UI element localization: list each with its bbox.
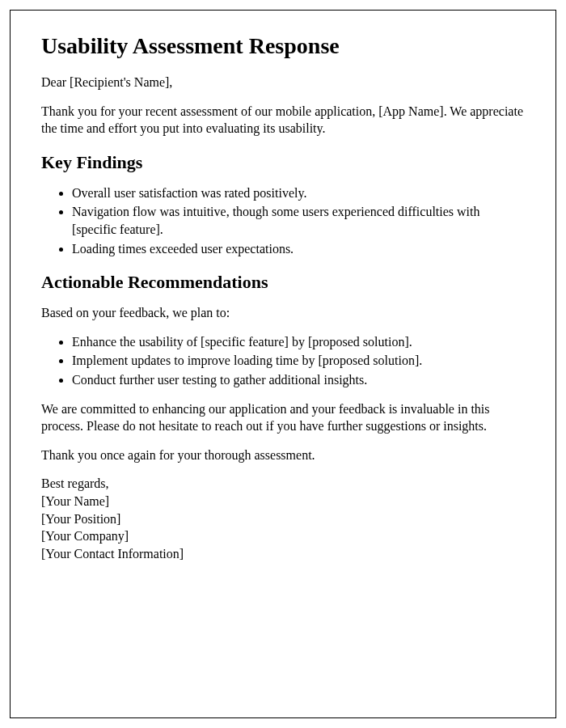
list-item: Navigation flow was intuitive, though so…	[72, 203, 525, 238]
closing: Best regards,	[41, 475, 525, 493]
list-item: Loading times exceeded user expectations…	[72, 240, 525, 258]
list-item: Enhance the usability of [specific featu…	[72, 333, 525, 351]
findings-heading: Key Findings	[41, 152, 525, 173]
list-item: Overall user satisfaction was rated posi…	[72, 184, 525, 202]
signature-position: [Your Position]	[41, 510, 525, 528]
greeting: Dear [Recipient's Name],	[41, 74, 525, 91]
signature-contact: [Your Contact Information]	[41, 545, 525, 563]
intro-paragraph: Thank you for your recent assessment of …	[41, 103, 525, 138]
signature-company: [Your Company]	[41, 527, 525, 545]
findings-list: Overall user satisfaction was rated posi…	[72, 184, 525, 257]
recommendations-intro: Based on your feedback, we plan to:	[41, 304, 525, 322]
page-title: Usability Assessment Response	[41, 33, 525, 59]
commitment-paragraph: We are committed to enhancing our applic…	[41, 400, 525, 435]
list-item: Conduct further user testing to gather a…	[72, 371, 525, 389]
signature-block: Best regards, [Your Name] [Your Position…	[41, 475, 525, 562]
recommendations-heading: Actionable Recommendations	[41, 272, 525, 293]
document-container: Usability Assessment Response Dear [Reci…	[10, 10, 556, 718]
signature-name: [Your Name]	[41, 493, 525, 510]
list-item: Implement updates to improve loading tim…	[72, 352, 525, 370]
thanks-paragraph: Thank you once again for your thorough a…	[41, 447, 525, 464]
recommendations-list: Enhance the usability of [specific featu…	[72, 333, 525, 389]
